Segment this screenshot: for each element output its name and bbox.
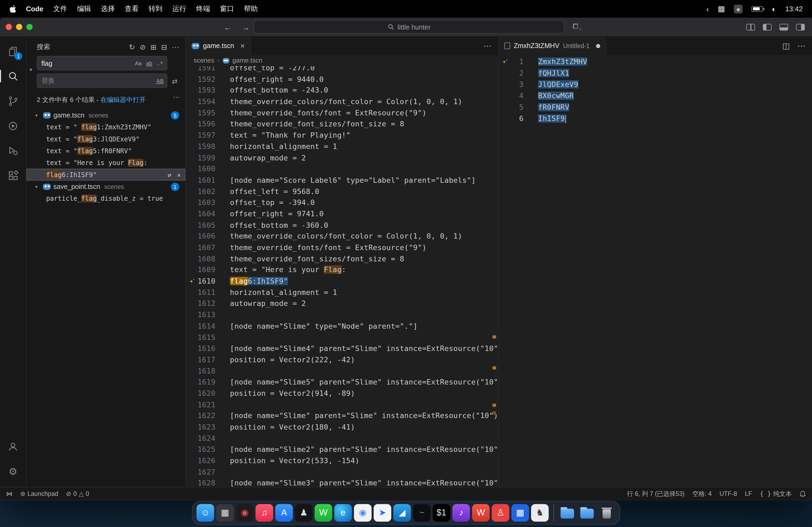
search-result-row[interactable]: flag6:IhISF9" ⇄✕	[26, 169, 185, 181]
code-line[interactable]: 1601[node name="Score Label6" type="Labe…	[186, 175, 498, 186]
search-input[interactable]: flag Aa ab .*	[37, 56, 167, 70]
line-number[interactable]: 1616	[186, 343, 215, 355]
code-line[interactable]: 1623position = Vector2(180, -41)	[186, 422, 498, 433]
code-line[interactable]: 1597text = "Thank for Playing!"	[186, 130, 498, 141]
line-number[interactable]: 1627	[186, 467, 215, 478]
line-number[interactable]: 1598	[186, 141, 215, 152]
menu-item[interactable]: 转到	[148, 4, 162, 13]
refresh-icon[interactable]: ↻	[129, 43, 135, 51]
toggle-panel-icon[interactable]	[780, 24, 788, 31]
activity-search[interactable]	[0, 64, 26, 89]
code-line[interactable]: 1609text = "Here is your Flag:	[186, 265, 498, 276]
line-number[interactable]: 1612	[186, 298, 215, 310]
toggle-secondary-sidebar-icon[interactable]	[796, 24, 805, 31]
line-number[interactable]: 1628	[186, 478, 215, 487]
line-number[interactable]: 1596	[186, 119, 215, 130]
toggle-replace-icon[interactable]: ▾	[30, 67, 32, 73]
account-icon[interactable]	[0, 434, 26, 459]
code-line[interactable]: 1615	[186, 332, 498, 343]
code-line[interactable]: 6IhISF9	[499, 113, 812, 124]
code-line[interactable]: 1618	[186, 366, 498, 377]
activity-debug[interactable]	[0, 138, 26, 163]
line-number[interactable]: 1591	[186, 66, 215, 74]
dock-folder-1-icon[interactable]	[559, 504, 576, 521]
dock-arcade-app-icon[interactable]: ♟	[295, 504, 313, 521]
code-line[interactable]: ✦✦1610flag6:IhISF9"	[186, 276, 498, 287]
code-line[interactable]: 4BX0cwMGR	[499, 90, 812, 102]
clear-results-icon[interactable]: ⊘	[140, 43, 146, 51]
eol-status[interactable]: LF	[745, 490, 752, 497]
dock-safari-icon[interactable]: ➤	[374, 504, 391, 521]
apple-menu-icon[interactable]	[10, 5, 16, 13]
dock-finder-icon[interactable]: ☺	[197, 504, 214, 521]
indentation-status[interactable]: 空格: 4	[692, 489, 712, 498]
sparkle-icon[interactable]: ✦✦	[503, 56, 509, 68]
menu-item[interactable]: 编辑	[77, 4, 91, 13]
search-result-row[interactable]: particle_flag_disable_z = true	[26, 192, 185, 204]
code-line[interactable]: 1628[node name="Slime3" parent="Slime" i…	[186, 478, 498, 487]
activity-explorer[interactable]: 1	[0, 39, 26, 64]
code-line[interactable]: 1613	[186, 310, 498, 321]
tab-untitled-1[interactable]: ZmxhZ3tZMHV Untitled-1	[499, 37, 607, 55]
problems-status-item[interactable]: ⊘ 0 △ 0	[66, 490, 89, 497]
line-number[interactable]: 1625	[186, 444, 215, 455]
menu-item[interactable]: 查看	[125, 4, 139, 13]
code-line[interactable]: 5fR0FNRV	[499, 102, 812, 113]
tab-game-tscn[interactable]: game.tscn ×	[186, 37, 251, 55]
more-actions-icon[interactable]: ⋯	[172, 43, 179, 51]
menubar-app-icon[interactable]: ◈	[734, 4, 743, 13]
menubar-clock[interactable]: 13:42	[785, 5, 802, 13]
dock-wechat-icon[interactable]: W	[315, 504, 332, 521]
notifications-bell-icon[interactable]	[800, 490, 806, 497]
search-result-row[interactable]: text = "flag5:fR0FNRV"	[26, 145, 185, 157]
code-line[interactable]: 1592offset_right = 9440.0	[186, 74, 498, 85]
dock-qq-icon[interactable]: ♙	[492, 504, 509, 521]
search-details-icon[interactable]: ⋯	[173, 93, 180, 101]
preserve-case-icon[interactable]: AB	[155, 76, 165, 86]
code-line[interactable]: 1617position = Vector2(222, -42)	[186, 355, 498, 366]
sparkle-icon[interactable]: ✦✦	[190, 276, 196, 288]
search-file-row[interactable]: ▾game.tscnscenes5	[26, 109, 185, 121]
line-number[interactable]: 1605	[186, 220, 215, 231]
line-number[interactable]: 2	[499, 67, 524, 79]
dock-chrome-icon[interactable]: ◉	[354, 504, 372, 521]
line-number[interactable]: 1621	[186, 399, 215, 410]
dock-wps-icon[interactable]: W	[472, 504, 490, 521]
code-line[interactable]: 1616[node name="Slime4" parent="Slime" i…	[186, 343, 498, 355]
code-line[interactable]: 1626position = Vector2(533, -154)	[186, 455, 498, 467]
open-search-editor-icon[interactable]: ⊞	[150, 43, 157, 51]
back-icon[interactable]: ←	[224, 23, 231, 32]
close-window-button[interactable]	[6, 24, 12, 30]
new-editor-dropdown-icon[interactable]: ⧠⌄	[573, 22, 582, 31]
code-line[interactable]: 1622[node name="Slime" parent="Slime" in…	[186, 410, 498, 422]
code-line[interactable]: 1606theme_override_colors/font_color = C…	[186, 231, 498, 242]
launchpad-status-item[interactable]: ⊚ Launchpad	[20, 490, 58, 497]
zoom-window-button[interactable]	[26, 24, 32, 30]
code-editor-left[interactable]: 1591offset_top = -277.01592offset_right …	[186, 66, 498, 487]
open-in-editor-link[interactable]: 在编辑器中打开	[100, 96, 146, 104]
chevron-down-icon[interactable]: ▾	[35, 112, 40, 118]
code-line[interactable]: 1603offset_top = -394.0	[186, 197, 498, 209]
code-line[interactable]: 1602offset_left = 9568.0	[186, 186, 498, 197]
line-number[interactable]: 1609	[186, 265, 215, 276]
line-number[interactable]: 1620	[186, 388, 215, 399]
menu-item[interactable]: 帮助	[244, 4, 258, 13]
code-line[interactable]: 1621	[186, 399, 498, 410]
search-result-row[interactable]: text = " flag1:ZmxhZ3tZMHV"	[26, 121, 185, 133]
editor-more-actions-icon[interactable]: ⋯	[483, 41, 491, 50]
code-line[interactable]: 2fQHJlX1	[499, 67, 812, 79]
code-line[interactable]: ✦✦1ZmxhZ3tZMHV	[499, 56, 812, 67]
code-line[interactable]: 1591offset_top = -277.0	[186, 66, 498, 74]
dock-trash-icon[interactable]	[598, 504, 616, 521]
dock-blue-grid-app-icon[interactable]: ▦	[511, 504, 529, 521]
line-number[interactable]: 1601	[186, 175, 215, 186]
line-number[interactable]: 1595	[186, 108, 215, 119]
command-center-search[interactable]: little hunter	[254, 20, 564, 33]
search-result-row[interactable]: text = "Here is your Flag:	[26, 157, 185, 168]
line-number[interactable]: 1626	[186, 455, 215, 467]
line-number[interactable]: 1618	[186, 366, 215, 377]
breadcrumb-folder[interactable]: scenes	[193, 57, 214, 64]
menu-item[interactable]: 选择	[101, 4, 115, 13]
app-menu[interactable]: Code	[26, 5, 43, 13]
menu-item[interactable]: 终端	[196, 4, 210, 13]
